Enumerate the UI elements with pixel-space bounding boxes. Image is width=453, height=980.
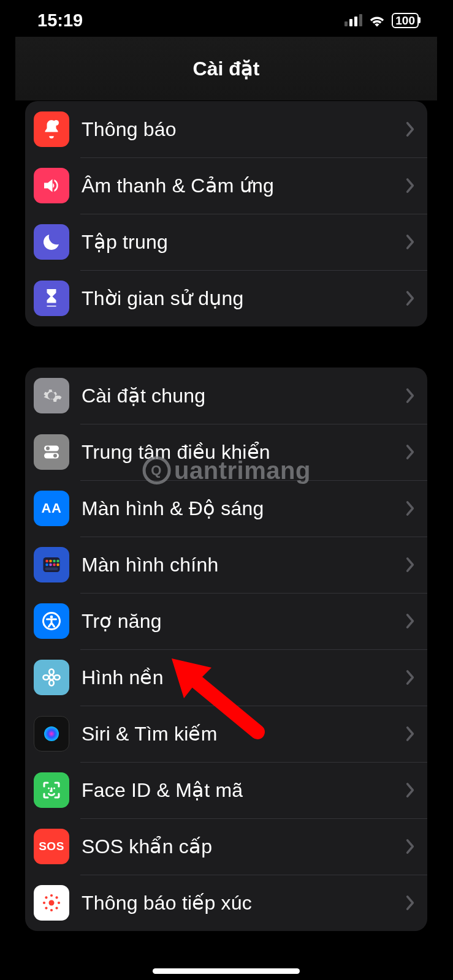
svg-point-17 bbox=[49, 675, 54, 680]
apps-grid-icon bbox=[34, 547, 69, 582]
bell-icon bbox=[34, 111, 69, 147]
row-control-center[interactable]: Trung tâm điều khiển bbox=[25, 424, 427, 480]
svg-point-10 bbox=[45, 564, 48, 567]
svg-point-30 bbox=[45, 896, 47, 899]
svg-point-18 bbox=[49, 669, 54, 675]
svg-point-4 bbox=[53, 454, 57, 458]
svg-point-16 bbox=[50, 616, 53, 619]
svg-rect-14 bbox=[45, 568, 58, 571]
svg-point-24 bbox=[53, 788, 55, 790]
battery-indicator: 100 bbox=[392, 13, 419, 28]
chevron-right-icon bbox=[405, 178, 415, 194]
row-siri[interactable]: Siri & Tìm kiếm bbox=[25, 706, 427, 762]
row-screentime[interactable]: Thời gian sử dụng bbox=[25, 270, 427, 326]
row-label: Hình nền bbox=[82, 666, 405, 689]
svg-point-31 bbox=[55, 896, 58, 899]
svg-point-28 bbox=[43, 902, 45, 904]
chevron-right-icon bbox=[405, 839, 415, 854]
row-label: Trung tâm điều khiển bbox=[82, 440, 405, 464]
chevron-right-icon bbox=[405, 290, 415, 306]
svg-point-29 bbox=[58, 902, 60, 904]
row-sos[interactable]: SOS SOS khẩn cấp bbox=[25, 818, 427, 875]
chevron-right-icon bbox=[405, 895, 415, 911]
chevron-right-icon bbox=[405, 726, 415, 742]
chevron-right-icon bbox=[405, 557, 415, 573]
row-label: Thời gian sử dụng bbox=[82, 287, 405, 310]
row-label: Siri & Tìm kiếm bbox=[82, 722, 405, 745]
row-label: Màn hình chính bbox=[82, 554, 405, 576]
row-label: Âm thanh & Cảm ứng bbox=[82, 174, 405, 197]
accessibility-icon bbox=[34, 603, 69, 639]
siri-icon bbox=[34, 716, 69, 752]
row-label: Cài đặt chung bbox=[82, 384, 405, 407]
svg-point-6 bbox=[45, 560, 48, 563]
chevron-right-icon bbox=[405, 444, 415, 460]
svg-point-8 bbox=[53, 560, 56, 563]
row-exposure[interactable]: Thông báo tiếp xúc bbox=[25, 875, 427, 931]
row-focus[interactable]: Tập trung bbox=[25, 214, 427, 270]
row-notifications[interactable]: Thông báo bbox=[25, 101, 427, 157]
chevron-right-icon bbox=[405, 234, 415, 250]
row-label: SOS khẩn cấp bbox=[82, 835, 405, 858]
row-accessibility[interactable]: Trợ năng bbox=[25, 593, 427, 649]
svg-point-12 bbox=[53, 564, 56, 567]
home-indicator[interactable] bbox=[153, 968, 300, 974]
row-home-screen[interactable]: Màn hình chính bbox=[25, 537, 427, 593]
page-title: Cài đặt bbox=[193, 57, 260, 80]
status-bar: 15:19 100 bbox=[15, 0, 437, 37]
hourglass-icon bbox=[34, 281, 69, 316]
svg-point-22 bbox=[44, 726, 59, 741]
exposure-icon bbox=[34, 885, 69, 921]
chevron-right-icon bbox=[405, 388, 415, 404]
settings-group-2: Cài đặt chung Trung tâm điều khiển AA Mà… bbox=[25, 368, 427, 931]
svg-point-19 bbox=[49, 680, 54, 686]
row-label: Màn hình & Độ sáng bbox=[82, 497, 405, 520]
sos-icon: SOS bbox=[34, 829, 69, 864]
gear-icon bbox=[34, 378, 69, 413]
chevron-right-icon bbox=[405, 613, 415, 629]
svg-point-2 bbox=[46, 447, 50, 450]
chevron-right-icon bbox=[405, 500, 415, 516]
svg-point-27 bbox=[50, 909, 53, 911]
svg-point-13 bbox=[56, 564, 59, 567]
svg-point-21 bbox=[55, 675, 60, 680]
svg-point-32 bbox=[45, 907, 47, 909]
row-label: Thông báo tiếp xúc bbox=[82, 891, 405, 914]
svg-point-33 bbox=[55, 907, 58, 909]
speaker-icon bbox=[34, 168, 69, 203]
settings-group-1: Thông báo Âm thanh & Cảm ứng Tập trung bbox=[25, 101, 427, 326]
row-label: Thông báo bbox=[82, 118, 405, 141]
svg-point-25 bbox=[49, 900, 55, 906]
svg-point-26 bbox=[50, 894, 53, 897]
chevron-right-icon bbox=[405, 782, 415, 798]
flower-icon bbox=[34, 660, 69, 695]
row-label: Trợ năng bbox=[82, 609, 405, 633]
text-size-icon: AA bbox=[34, 491, 69, 526]
row-general[interactable]: Cài đặt chung bbox=[25, 368, 427, 424]
svg-point-20 bbox=[44, 675, 49, 680]
svg-point-0 bbox=[53, 120, 59, 126]
status-time: 15:19 bbox=[37, 10, 83, 31]
row-display[interactable]: AA Màn hình & Độ sáng bbox=[25, 480, 427, 537]
moon-icon bbox=[34, 224, 69, 260]
nav-title: Cài đặt bbox=[15, 37, 437, 101]
svg-point-23 bbox=[48, 788, 50, 790]
svg-point-7 bbox=[49, 560, 52, 563]
row-label: Tập trung bbox=[82, 230, 405, 254]
faceid-icon bbox=[34, 772, 69, 808]
chevron-right-icon bbox=[405, 669, 415, 685]
svg-point-11 bbox=[49, 564, 52, 567]
cellular-signal-icon bbox=[345, 14, 362, 26]
toggles-icon bbox=[34, 434, 69, 470]
row-sounds[interactable]: Âm thanh & Cảm ứng bbox=[25, 157, 427, 214]
settings-screen: 15:19 100 Cài đặt Thông báo bbox=[15, 0, 437, 980]
svg-point-9 bbox=[56, 560, 59, 563]
chevron-right-icon bbox=[405, 121, 415, 137]
row-label: Face ID & Mật mã bbox=[82, 778, 405, 802]
row-wallpaper[interactable]: Hình nền bbox=[25, 649, 427, 706]
row-faceid[interactable]: Face ID & Mật mã bbox=[25, 762, 427, 818]
wifi-icon bbox=[368, 13, 386, 27]
